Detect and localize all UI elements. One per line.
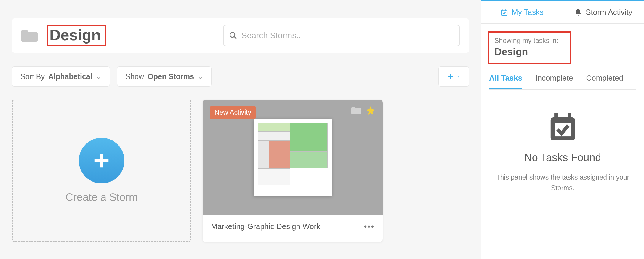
folder-title: Design: [49, 26, 101, 44]
tab-storm-activity[interactable]: Storm Activity: [563, 1, 644, 23]
calendar-check-icon: [547, 111, 579, 143]
bell-icon: [574, 9, 582, 16]
show-value: Open Storms: [148, 72, 194, 81]
sort-dropdown[interactable]: Sort By Alphabetical: [12, 66, 110, 87]
folder-icon: [21, 28, 38, 43]
sidebar: My Tasks Storm Activity Showing my tasks…: [481, 0, 644, 259]
folder-icon[interactable]: [351, 106, 361, 115]
sort-prefix: Sort By: [20, 72, 45, 81]
svg-line-1: [234, 37, 236, 39]
storm-footer: Marketing-Graphic Design Work •••: [203, 215, 383, 238]
plus-icon: [447, 73, 454, 80]
card-icons: [351, 105, 376, 116]
empty-subtitle: This panel shows the tasks assigned in y…: [490, 172, 635, 193]
storm-title: Marketing-Graphic Design Work: [211, 222, 320, 231]
tasks-icon: [500, 9, 508, 16]
empty-state: No Tasks Found This panel shows the task…: [481, 111, 644, 193]
toolbar: Sort By Alphabetical Show Open Storms: [12, 66, 469, 87]
show-prefix: Show: [126, 72, 144, 81]
task-tab-incomplete[interactable]: Incomplete: [535, 73, 573, 89]
more-icon[interactable]: •••: [364, 222, 374, 231]
show-dropdown[interactable]: Show Open Storms: [117, 66, 212, 87]
sort-value: Alphabetical: [48, 72, 92, 81]
storm-card[interactable]: New Activity: [203, 100, 383, 242]
new-activity-badge: New Activity: [210, 106, 256, 119]
create-storm-label: Create a Storm: [65, 191, 138, 204]
sidebar-tabs: My Tasks Storm Activity: [481, 1, 644, 24]
tab-my-tasks-label: My Tasks: [512, 8, 544, 17]
chevron-down-icon: [198, 74, 203, 79]
tab-activity-label: Storm Activity: [586, 8, 632, 17]
svg-rect-6: [501, 10, 507, 15]
context-value: Design: [494, 46, 564, 57]
svg-point-0: [230, 33, 235, 37]
plus-icon: [92, 151, 111, 170]
storms-grid: Create a Storm New Activity: [12, 100, 469, 242]
search-input-wrap[interactable]: [223, 25, 460, 46]
context-label: Showing my tasks in:: [494, 37, 564, 45]
search-icon: [229, 31, 237, 40]
header-card: Design: [12, 18, 469, 53]
main-content: Design Sort By Alphabetical Show Open St…: [0, 0, 481, 259]
folder-title-highlight: Design: [47, 25, 106, 46]
task-filter-tabs: All Tasks Incomplete Completed: [489, 73, 636, 90]
task-tab-completed[interactable]: Completed: [586, 73, 623, 89]
add-dropdown[interactable]: [438, 66, 469, 87]
chevron-down-icon: [96, 74, 101, 79]
star-icon[interactable]: [366, 105, 376, 116]
context-highlight: Showing my tasks in: Design: [488, 31, 571, 64]
create-storm-card[interactable]: Create a Storm: [12, 100, 191, 242]
task-tab-all[interactable]: All Tasks: [489, 73, 522, 89]
create-plus-circle: [79, 138, 124, 183]
storm-thumbnail: New Activity: [203, 100, 383, 215]
chevron-down-icon: [456, 74, 461, 79]
storm-preview: [254, 119, 332, 196]
search-input[interactable]: [241, 31, 454, 40]
tab-my-tasks[interactable]: My Tasks: [481, 1, 563, 23]
empty-title: No Tasks Found: [524, 151, 601, 164]
